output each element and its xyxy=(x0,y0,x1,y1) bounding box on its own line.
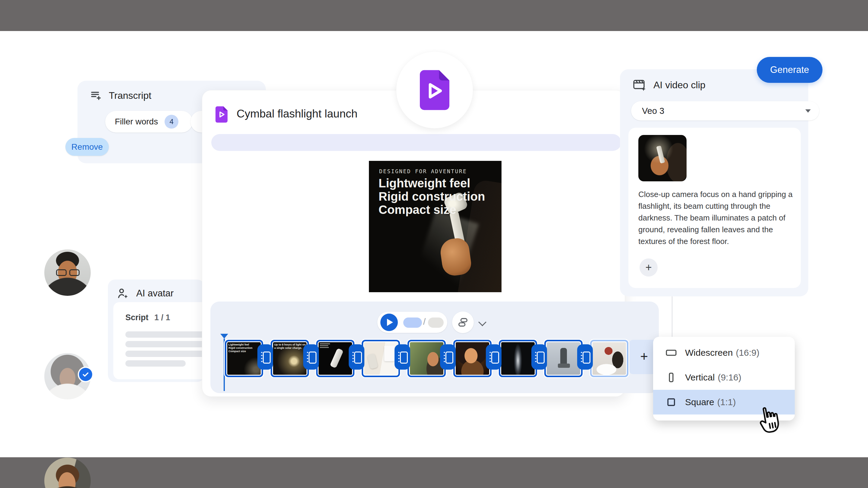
transition-button[interactable] xyxy=(349,344,364,369)
script-skeleton-line xyxy=(125,331,210,338)
vids-doc-icon-small xyxy=(216,106,227,123)
ai-avatar-title: AI avatar xyxy=(136,288,174,299)
avatar-option-1[interactable] xyxy=(44,250,91,296)
timeline-clip-8[interactable] xyxy=(544,340,583,377)
widescreen-icon xyxy=(665,347,677,359)
connector-line xyxy=(672,296,673,337)
clip-thumbnail[interactable] xyxy=(638,135,687,181)
menu-item-vertical[interactable]: Vertical(9:16) xyxy=(653,365,795,390)
play-button[interactable] xyxy=(380,314,398,331)
clip-text-line xyxy=(320,345,328,346)
duration-pill xyxy=(428,318,444,328)
menu-item-label: Square xyxy=(685,397,714,407)
product-shape xyxy=(367,353,378,369)
prompt-text[interactable]: Close-up camera focus on a hand gripping… xyxy=(638,189,796,247)
remove-label: Remove xyxy=(71,142,103,152)
rock-shape xyxy=(558,364,570,368)
product-shape xyxy=(330,348,344,368)
filler-words-label: Filler words xyxy=(115,117,158,127)
script-skeleton-line xyxy=(125,360,186,367)
transition-button[interactable] xyxy=(531,344,547,369)
model-select-value: Veo 3 xyxy=(642,106,664,116)
transition-button[interactable] xyxy=(440,344,456,369)
clip-caption: Lightweight feel xyxy=(228,343,253,347)
menu-item-ratio: (1:1) xyxy=(717,397,736,407)
toolbar-bar[interactable] xyxy=(211,134,621,151)
play-icon xyxy=(387,319,393,326)
slide-headline-line: Compact size xyxy=(378,203,485,216)
menu-item-widescreen[interactable]: Widescreen(16:9) xyxy=(653,340,795,365)
select-caret-icon xyxy=(805,109,811,113)
clip-caption: Compact size xyxy=(228,350,253,353)
script-skeleton-line xyxy=(125,341,210,347)
scenes-button[interactable] xyxy=(452,312,474,333)
timeline-clip-9[interactable] xyxy=(590,340,628,377)
plus-icon: + xyxy=(645,261,652,274)
transition-button[interactable] xyxy=(486,344,501,369)
transcript-icon xyxy=(90,89,102,102)
selected-check-icon xyxy=(79,368,92,381)
generate-button[interactable]: Generate xyxy=(757,57,823,83)
product-shape xyxy=(384,346,395,361)
filler-count-badge: 4 xyxy=(164,115,179,129)
ai-video-clip-title: AI video clip xyxy=(653,79,706,91)
transcript-title: Transcript xyxy=(109,90,151,101)
clip-caption: Rigid construction xyxy=(228,347,253,350)
script-page-indicator: 1 / 1 xyxy=(154,313,170,322)
menu-item-label: Widescreen xyxy=(685,348,733,358)
current-time-pill xyxy=(403,318,422,328)
clip-text-line xyxy=(320,344,330,344)
clapperboard-sparkle-icon xyxy=(632,78,647,92)
bottom-letterbox-bar xyxy=(0,457,868,488)
menu-item-ratio: (9:16) xyxy=(718,372,741,382)
script-card: Script 1 / 1 xyxy=(113,302,211,379)
timeline-clip-4[interactable] xyxy=(362,340,400,377)
remove-button[interactable]: Remove xyxy=(65,138,109,156)
playhead-marker[interactable] xyxy=(220,334,228,338)
model-select[interactable]: Veo 3 xyxy=(631,101,819,121)
top-letterbox-bar xyxy=(0,0,868,31)
vids-logo-circle xyxy=(396,52,473,128)
add-prompt-button[interactable]: + xyxy=(640,258,658,276)
app-canvas: Transcript Filler words 4 Remove AI avat… xyxy=(0,0,868,488)
glasses-decoration xyxy=(56,269,80,276)
script-skeleton-line xyxy=(125,351,210,357)
transition-button[interactable] xyxy=(577,344,593,369)
menu-item-label: Vertical xyxy=(685,372,715,382)
filler-words-chip[interactable]: Filler words 4 xyxy=(105,111,193,133)
ai-video-clip-panel: AI video clip Veo 3 Close-up camera focu… xyxy=(620,69,808,296)
clip-text-line xyxy=(320,347,329,348)
menu-item-ratio: (16:9) xyxy=(736,348,759,358)
clip-caption: Up to 8 hours of light on a single solar… xyxy=(274,343,307,350)
script-label: Script xyxy=(125,313,149,322)
scenes-icon xyxy=(457,316,469,328)
slide-preview[interactable]: DESIGNED FOR ADVENTURE Lightweight feel … xyxy=(369,161,501,292)
slide-eyebrow-text: DESIGNED FOR ADVENTURE xyxy=(379,168,467,174)
prompt-card: Close-up camera focus on a hand gripping… xyxy=(628,128,801,288)
vids-logo-icon xyxy=(420,70,450,110)
vertical-icon xyxy=(665,371,677,384)
transition-button[interactable] xyxy=(257,344,273,369)
slide-headline-line: Rigid construction xyxy=(378,190,485,203)
transition-button[interactable] xyxy=(303,344,319,369)
transition-button[interactable] xyxy=(395,344,410,369)
hiker-silhouette xyxy=(560,348,567,365)
thumb-flashlight-shape xyxy=(656,145,665,164)
pointer-hand-cursor xyxy=(754,399,787,435)
square-icon xyxy=(665,396,677,408)
document-title: Cymbal flashlight launch xyxy=(237,107,358,120)
generate-label: Generate xyxy=(770,64,809,75)
time-separator: / xyxy=(423,317,426,327)
slide-headline-line: Lightweight feel xyxy=(378,176,485,190)
person-sparkle-icon xyxy=(116,287,130,300)
